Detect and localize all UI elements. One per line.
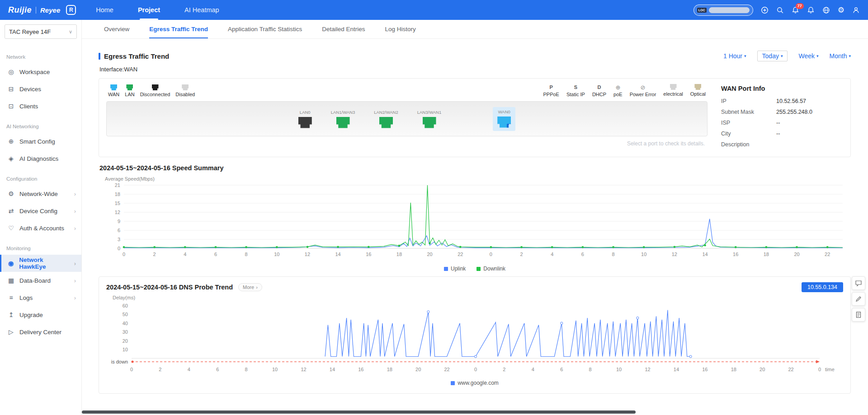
port-lan2-wan2[interactable]: LAN2/WAN2 bbox=[374, 110, 398, 128]
settings-button[interactable]: ⚙ bbox=[838, 6, 844, 14]
sidebar-item-devices[interactable]: ⊟Devices bbox=[0, 80, 81, 98]
port-lan1-wan3[interactable]: LAN1/WAN3 bbox=[331, 110, 355, 128]
sidebar-item-device-config[interactable]: ⇄Device Config› bbox=[0, 202, 81, 219]
port-wan0[interactable]: WAN0D bbox=[493, 107, 515, 131]
brand-divider bbox=[36, 7, 36, 14]
edit-note-button[interactable] bbox=[852, 292, 865, 306]
wan-info-row-description: Description bbox=[721, 141, 840, 148]
notification-bell-button[interactable] bbox=[807, 6, 815, 14]
caret-down-icon: ▾ bbox=[849, 54, 851, 58]
port-icon bbox=[110, 84, 117, 90]
devices-icon: ⊟ bbox=[7, 85, 15, 93]
globe-icon bbox=[822, 6, 830, 14]
tab-application-traffic-statistics[interactable]: Application Traffic Statistics bbox=[228, 20, 302, 38]
svg-text:10: 10 bbox=[274, 252, 279, 257]
nav-item-ai-heatmap[interactable]: AI Heatmap bbox=[184, 0, 219, 20]
time-filter-label: Today bbox=[762, 52, 779, 60]
alarm-bell-button[interactable]: 77 bbox=[792, 6, 799, 14]
wan-port-info: WAN Port Info IP10.52.56.57Subnet Mask25… bbox=[708, 84, 843, 152]
account-button[interactable] bbox=[852, 6, 860, 14]
port-legend-label: WAN bbox=[108, 92, 119, 97]
floating-toolbar bbox=[852, 276, 865, 322]
svg-text:10: 10 bbox=[641, 252, 646, 257]
plus-circle-icon bbox=[761, 6, 769, 14]
more-button[interactable]: More › bbox=[238, 283, 262, 291]
sidebar-item-clients[interactable]: ⊡Clients bbox=[0, 98, 81, 115]
port-icon bbox=[126, 84, 133, 90]
speed-summary-chart[interactable]: 0369121518210246810121416182022024681012… bbox=[99, 173, 851, 266]
sidebar-item-network-wide[interactable]: ⚙Network-Wide› bbox=[0, 185, 81, 202]
mode-legend-label: DHCP bbox=[592, 92, 606, 97]
port-legend-label: Disconnected bbox=[140, 92, 170, 97]
port-lan0[interactable]: LAN0 bbox=[298, 110, 312, 128]
chevron-down-icon: ∨ bbox=[69, 29, 72, 35]
sidebar-item-data-board[interactable]: ▦Data-Board› bbox=[0, 272, 81, 289]
search-button[interactable] bbox=[776, 6, 784, 14]
svg-text:6: 6 bbox=[560, 367, 563, 372]
speed-summary-title: 2024-05-15~2024-05-16 Speed Summary bbox=[99, 164, 851, 172]
port-lan3-wan1[interactable]: LAN3/WAN1 bbox=[417, 110, 442, 128]
add-project-button[interactable] bbox=[761, 6, 769, 14]
dns-target-ip-badge[interactable]: 10.55.0.134 bbox=[802, 282, 843, 292]
tab-log-history[interactable]: Log History bbox=[385, 20, 415, 38]
svg-text:2: 2 bbox=[520, 252, 523, 257]
port-status-panel: WANLANDisconnectedDisabled PPPPoESStatic… bbox=[99, 78, 851, 157]
sidebar-item-auth-accounts[interactable]: ♡Auth & Accounts› bbox=[0, 219, 81, 237]
sidebar-item-smart-config[interactable]: ⊕Smart Config bbox=[0, 133, 81, 150]
brand-logo: Ruijie Reyee R bbox=[8, 5, 76, 15]
caret-down-icon: ▾ bbox=[816, 54, 819, 58]
svg-text:20: 20 bbox=[415, 367, 421, 372]
sidebar-item-logs[interactable]: ≡Logs› bbox=[0, 289, 81, 306]
svg-text:18: 18 bbox=[396, 252, 402, 257]
sidebar-section-network: Network bbox=[0, 45, 81, 63]
time-filter-today[interactable]: Today▾ bbox=[757, 51, 788, 61]
wan-info-value: -- bbox=[776, 120, 780, 126]
feedback-chat-button[interactable] bbox=[852, 276, 865, 290]
svg-text:50: 50 bbox=[123, 312, 128, 317]
mode-icon: ⊘ bbox=[641, 84, 646, 90]
time-filter-month[interactable]: Month▾ bbox=[830, 52, 851, 60]
svg-text:is down: is down bbox=[111, 359, 128, 364]
svg-text:12: 12 bbox=[672, 252, 677, 257]
svg-text:20: 20 bbox=[760, 367, 765, 372]
tab-egress-traffic-trend[interactable]: Egress Traffic Trend bbox=[149, 20, 208, 38]
clients-icon: ⊡ bbox=[7, 103, 15, 110]
sidebar-item-label: Network-Wide bbox=[19, 191, 58, 197]
tab-detailed-entries[interactable]: Detailed Entries bbox=[322, 20, 365, 38]
sidebar-item-network-hawkeye[interactable]: ◉Network HawkEye› bbox=[0, 255, 81, 272]
svg-text:14: 14 bbox=[702, 252, 708, 257]
redacted-search-text bbox=[709, 7, 750, 13]
dns-probe-title: 2024-05-15~2024-05-16 DNS Probe Trend bbox=[106, 284, 233, 291]
wan-info-value: 255.255.248.0 bbox=[776, 109, 812, 115]
svg-text:6: 6 bbox=[118, 228, 120, 233]
dns-probe-chart[interactable]: 1020304050600246810121416182022024681012… bbox=[106, 293, 843, 380]
language-button[interactable] bbox=[822, 6, 830, 14]
sidebar-item-upgrade[interactable]: ↥Upgrade bbox=[0, 306, 81, 323]
time-filter-1-hour[interactable]: 1 Hour▾ bbox=[723, 52, 746, 60]
port-legend-label: LAN bbox=[125, 92, 134, 97]
sidebar-item-delivery-center[interactable]: ▷Delivery Center bbox=[0, 323, 81, 340]
wan-info-value: -- bbox=[776, 131, 780, 137]
global-search-input[interactable]: LOC bbox=[693, 5, 753, 16]
time-filter-week[interactable]: Week▾ bbox=[798, 52, 818, 60]
horizontal-scrollbar[interactable] bbox=[82, 410, 636, 414]
chevron-right-icon: › bbox=[74, 225, 76, 232]
project-selector[interactable]: TAC Reyee 14F ∨ bbox=[5, 24, 77, 39]
rj45-port-icon bbox=[423, 117, 436, 128]
sidebar-item-label: Data-Board bbox=[19, 277, 51, 284]
mode-legend-label: PPPoE bbox=[543, 92, 559, 97]
chevron-right-icon: › bbox=[256, 284, 258, 290]
sidebar-item-ai-diagnostics[interactable]: ◈AI Diagnostics bbox=[0, 150, 81, 167]
document-button[interactable] bbox=[852, 308, 865, 322]
legend-label: Downlink bbox=[483, 266, 505, 272]
upgrade-icon: ↥ bbox=[7, 311, 15, 318]
tab-overview[interactable]: Overview bbox=[104, 20, 129, 38]
sidebar-item-workspace[interactable]: ◎Workspace bbox=[0, 63, 81, 80]
nav-item-home[interactable]: Home bbox=[96, 0, 113, 20]
svg-text:22: 22 bbox=[825, 252, 830, 257]
workspace-icon: ◎ bbox=[7, 68, 15, 75]
ai-diagnostics-icon: ◈ bbox=[7, 155, 15, 162]
svg-text:16: 16 bbox=[366, 252, 371, 257]
nav-item-project[interactable]: Project bbox=[138, 0, 160, 20]
svg-text:16: 16 bbox=[358, 367, 363, 372]
